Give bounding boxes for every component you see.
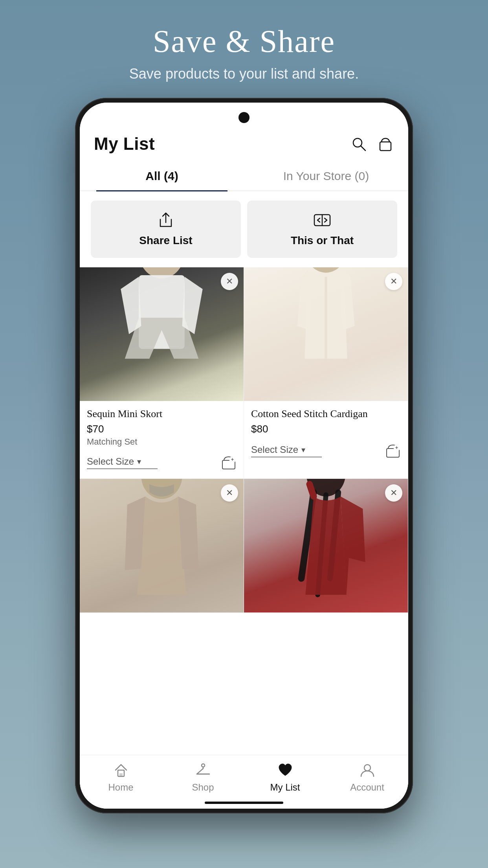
- home-indicator: [205, 802, 283, 804]
- add-to-bag-2-icon[interactable]: +: [385, 443, 401, 459]
- product-2-price: $80: [251, 423, 401, 435]
- home-bar: [80, 797, 408, 809]
- header-icons: [350, 135, 394, 153]
- products-grid: ✕ Sequin Mini Skort $70 Matching Set Sel…: [80, 267, 408, 755]
- nav-home[interactable]: Home: [80, 761, 162, 793]
- product-2-size-wrapper[interactable]: Select Size ▾: [251, 444, 322, 457]
- phone-inner: My List: [80, 103, 408, 809]
- this-or-that-button[interactable]: This or That: [247, 200, 397, 258]
- product-1-size-wrapper[interactable]: Select Size ▾: [87, 456, 158, 469]
- compare-icon: [314, 211, 331, 229]
- share-list-label: Share List: [139, 234, 192, 247]
- tab-in-store[interactable]: In Your Store (0): [244, 162, 408, 191]
- nav-mylist-label: My List: [270, 782, 300, 793]
- chevron-down-icon-2: ▾: [301, 445, 305, 454]
- product-1-tag: Matching Set: [87, 437, 237, 447]
- heart-icon: [277, 761, 294, 779]
- product-image-1: [80, 267, 244, 401]
- product-card-4: ✕: [244, 479, 408, 613]
- product-image-2: [244, 267, 408, 401]
- product-1-info: Sequin Mini Skort $70 Matching Set: [80, 401, 244, 451]
- share-list-button[interactable]: Share List: [91, 200, 241, 258]
- product-image-3: [80, 479, 244, 612]
- product-card-3: ✕: [80, 479, 244, 613]
- add-to-bag-1-icon[interactable]: +: [221, 455, 237, 471]
- product-card-2: ✕ Cotton Seed Stitch Cardigan $80 Select…: [244, 267, 408, 479]
- tab-all[interactable]: All (4): [80, 162, 244, 191]
- action-buttons: Share List This or That: [80, 191, 408, 267]
- tab-bar: All (4) In Your Store (0): [80, 162, 408, 191]
- nav-account-label: Account: [350, 782, 384, 793]
- this-or-that-label: This or That: [291, 234, 354, 247]
- svg-text:+: +: [231, 457, 234, 462]
- app-header: My List: [80, 134, 408, 162]
- product-2-info: Cotton Seed Stitch Cardigan $80: [244, 401, 408, 439]
- chevron-down-icon-1: ▾: [137, 457, 141, 466]
- home-icon: [112, 761, 130, 779]
- svg-point-21: [364, 765, 371, 771]
- product-card-1: ✕ Sequin Mini Skort $70 Matching Set Sel…: [80, 267, 244, 479]
- account-icon: [359, 761, 376, 779]
- app-header-title: My List: [94, 134, 155, 154]
- nav-mylist[interactable]: My List: [244, 761, 326, 793]
- remove-product-4-button[interactable]: ✕: [385, 484, 402, 502]
- product-1-name: Sequin Mini Skort: [87, 407, 237, 421]
- page-header: Save & Share Save products to your list …: [129, 0, 359, 98]
- bottom-nav: Home Shop: [80, 755, 408, 797]
- phone-shell: My List: [75, 98, 413, 813]
- product-1-size-label: Select Size: [87, 456, 134, 467]
- product-image-4: [244, 479, 408, 612]
- product-1-size-selector: Select Size ▾ +: [80, 451, 244, 478]
- page-subtitle: Save products to your list and share.: [129, 66, 359, 82]
- share-icon: [157, 211, 174, 229]
- svg-rect-18: [119, 773, 123, 776]
- product-2-name: Cotton Seed Stitch Cardigan: [251, 407, 401, 421]
- products-row-2: ✕: [80, 479, 408, 613]
- hanger-icon: [194, 761, 212, 779]
- nav-account[interactable]: Account: [326, 761, 408, 793]
- screen: My List: [80, 103, 408, 809]
- products-row-1: ✕ Sequin Mini Skort $70 Matching Set Sel…: [80, 267, 408, 479]
- nav-shop-label: Shop: [192, 782, 214, 793]
- svg-point-10: [305, 267, 347, 273]
- product-2-size-selector: Select Size ▾ +: [244, 439, 408, 467]
- remove-product-2-button[interactable]: ✕: [385, 273, 402, 290]
- page-title: Save & Share: [129, 24, 359, 59]
- nav-shop[interactable]: Shop: [162, 761, 244, 793]
- camera-notch: [238, 112, 250, 123]
- remove-product-3-button[interactable]: ✕: [221, 484, 238, 502]
- remove-product-1-button[interactable]: ✕: [221, 273, 238, 290]
- nav-home-label: Home: [108, 782, 133, 793]
- svg-text:+: +: [395, 445, 398, 451]
- svg-rect-2: [380, 142, 391, 151]
- search-icon[interactable]: [350, 135, 367, 153]
- product-1-price: $70: [87, 423, 237, 435]
- svg-line-1: [361, 146, 365, 151]
- bag-icon[interactable]: [377, 135, 394, 153]
- product-2-size-label: Select Size: [251, 444, 298, 455]
